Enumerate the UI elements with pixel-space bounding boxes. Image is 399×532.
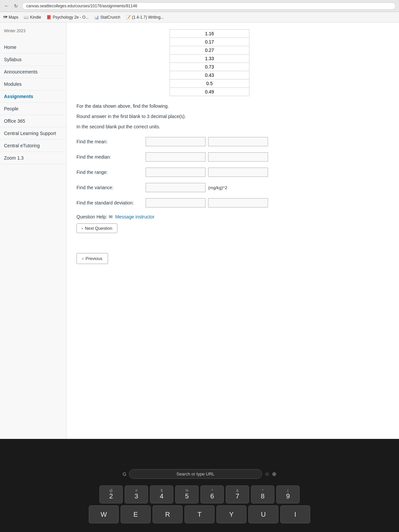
bookmark-statcrunch[interactable]: 📊 StatCrunch xyxy=(94,15,120,20)
range-unit-input[interactable] xyxy=(208,168,268,177)
message-instructor-link[interactable]: Message instructor xyxy=(115,214,154,219)
keyboard-key[interactable]: U xyxy=(248,505,278,523)
chevron-right-icon: › xyxy=(81,226,83,231)
keyboard-key[interactable]: #3 xyxy=(125,485,148,503)
keyboard-row-letters: WERTYUI xyxy=(89,505,310,523)
star-icon: ☆ xyxy=(265,471,269,477)
data-cell: 0.17 xyxy=(170,38,249,46)
range-value-input[interactable] xyxy=(146,168,205,177)
keyboard-area: G Search or type URL ☆ ⊕ @2#3$4%5^6&7*8(… xyxy=(0,439,399,532)
app-container: Winter 2023 Home Syllabus Announcements … xyxy=(0,23,399,439)
sidebar-item-assignments[interactable]: Assignments xyxy=(0,90,66,103)
writing-icon: 📝 xyxy=(126,15,131,20)
search-bar[interactable]: Search or type URL xyxy=(129,469,262,479)
data-table: 1.160.170.271.330.730.430.50.49 xyxy=(170,29,249,96)
keyboard-key[interactable]: R xyxy=(153,505,183,523)
keyboard-key[interactable]: $4 xyxy=(150,485,173,503)
keyboard-key[interactable]: ^6 xyxy=(200,485,224,503)
keyboard-key[interactable]: *8 xyxy=(251,485,274,503)
data-cell: 0.43 xyxy=(170,71,249,79)
mean-row: Find the mean: xyxy=(76,137,389,146)
question-help: Question Help: ✉ Message instructor xyxy=(76,214,389,219)
back-button[interactable]: ← xyxy=(3,3,10,9)
median-unit-input[interactable] xyxy=(208,152,268,162)
chart-icon: 📊 xyxy=(94,15,99,20)
sidebar-item-people[interactable]: People xyxy=(0,103,66,115)
sidebar-item-announcements[interactable]: Announcements xyxy=(0,66,66,78)
reload-button[interactable]: ↻ xyxy=(13,3,19,9)
previous-button[interactable]: ‹ Previous xyxy=(76,253,108,264)
sidebar: Winter 2023 Home Syllabus Announcements … xyxy=(0,23,66,439)
keyboard-key[interactable]: E xyxy=(121,505,151,523)
sidebar-item-zoom[interactable]: Zoom 1.3 xyxy=(0,152,66,164)
url-bar[interactable]: canvas.seattlecolleges.edu/courses/10176… xyxy=(22,2,396,10)
browser-bar: ← ↻ canvas.seattlecolleges.edu/courses/1… xyxy=(0,0,399,12)
circle-icon: ⊕ xyxy=(272,471,276,477)
data-cell: 0.27 xyxy=(170,46,249,55)
instruction-3: In the second blank put the correct unit… xyxy=(76,123,389,130)
sidebar-item-central-learning[interactable]: Central Learning Support xyxy=(0,127,66,140)
main-content: 1.160.170.271.330.730.430.50.49 For the … xyxy=(66,23,399,439)
variance-unit: (mg/kg)^2 xyxy=(208,185,227,190)
sidebar-item-home[interactable]: Home xyxy=(0,41,66,54)
mail-icon: ✉ xyxy=(109,214,113,219)
sidebar-item-office365[interactable]: Office 365 xyxy=(0,115,66,127)
keyboard-key[interactable]: &7 xyxy=(226,485,249,503)
data-cell: 0.5 xyxy=(170,79,249,88)
data-cell: 0.73 xyxy=(170,63,249,71)
variance-row: Find the variance: (mg/kg)^2 xyxy=(76,183,389,192)
mean-label: Find the mean: xyxy=(76,139,143,144)
sidebar-item-central-etutoring[interactable]: Central eTutoring xyxy=(0,140,66,152)
median-row: Find the median: xyxy=(76,152,389,162)
chevron-left-icon: ‹ xyxy=(82,256,83,261)
instruction-2: Round answer in the first blank to 3 dec… xyxy=(76,113,389,120)
variance-value-input[interactable] xyxy=(146,183,205,192)
term-label: Winter 2023 xyxy=(0,26,66,36)
data-cell: 1.16 xyxy=(170,30,249,38)
keyboard-key[interactable]: %5 xyxy=(175,485,199,503)
median-value-input[interactable] xyxy=(146,152,205,162)
mean-value-input[interactable] xyxy=(146,137,205,146)
instruction-1: For the data shown above, find the follo… xyxy=(76,103,389,110)
map-icon: 🗺 xyxy=(3,15,7,20)
data-cell: 1.33 xyxy=(170,55,249,63)
keyboard-key[interactable]: Y xyxy=(216,505,246,523)
help-label: Question Help: xyxy=(76,214,107,219)
keyboard-key[interactable]: I xyxy=(280,505,310,523)
book-icon: 📕 xyxy=(47,15,52,20)
keyboard-row-numbers: @2#3$4%5^6&7*8(9 xyxy=(99,485,300,503)
keyboard-key[interactable]: T xyxy=(185,505,214,523)
next-question-button[interactable]: › Next Question xyxy=(76,223,117,233)
bookmark-kindle[interactable]: 📖 Kindle xyxy=(24,15,41,20)
variance-label: Find the variance: xyxy=(76,185,143,190)
mean-unit-input[interactable] xyxy=(208,137,268,146)
stddev-value-input[interactable] xyxy=(146,198,205,207)
sidebar-item-modules[interactable]: Modules xyxy=(0,78,66,90)
kindle-icon: 📖 xyxy=(24,15,29,20)
sidebar-item-syllabus[interactable]: Syllabus xyxy=(0,54,66,66)
bookmark-maps[interactable]: 🗺 Maps xyxy=(3,15,18,20)
range-row: Find the range: xyxy=(76,168,389,177)
bookmark-writing[interactable]: 📝 (1.4-1.7) Writing... xyxy=(126,15,164,20)
keyboard-key[interactable]: W xyxy=(89,505,119,523)
median-label: Find the median: xyxy=(76,154,143,160)
stddev-row: Find the standard deviation: xyxy=(76,198,389,207)
bookmarks-bar: 🗺 Maps 📖 Kindle 📕 Psychology 2e - O... 📊… xyxy=(0,12,399,23)
stddev-unit-input[interactable] xyxy=(208,198,268,207)
bookmark-psychology[interactable]: 📕 Psychology 2e - O... xyxy=(47,15,89,20)
data-cell: 0.49 xyxy=(170,88,249,96)
keyboard-key[interactable]: (9 xyxy=(276,485,300,503)
keyboard-key[interactable]: @2 xyxy=(99,485,123,503)
range-label: Find the range: xyxy=(76,170,143,175)
search-bar-container: G Search or type URL ☆ ⊕ xyxy=(123,469,276,479)
stddev-label: Find the standard deviation: xyxy=(76,200,143,205)
google-icon: G xyxy=(123,471,126,477)
